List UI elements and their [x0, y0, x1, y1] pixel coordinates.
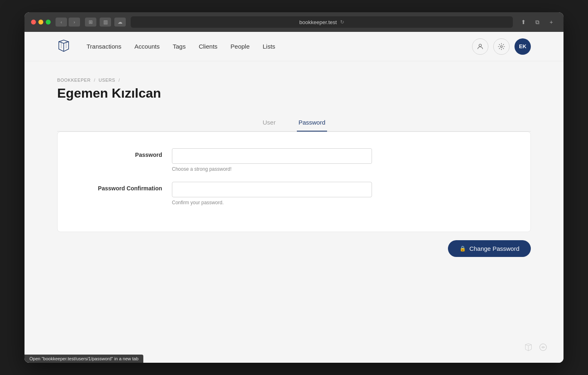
svg-point-1 [501, 45, 503, 47]
logo[interactable] [57, 39, 70, 54]
svg-point-0 [479, 44, 481, 47]
nav-right: EK [472, 38, 531, 55]
navbar: Transactions Accounts Tags Clients Peopl… [24, 32, 564, 61]
password-confirmation-row: Password Confirmation Confirm your passw… [82, 182, 506, 205]
browser-icon-group: ⊞ ▥ ☁ [85, 18, 126, 27]
password-label: Password [82, 148, 172, 158]
status-bar: Open "bookkeeper.test/users/1/password" … [24, 355, 143, 363]
user-icon-button[interactable] [472, 38, 488, 55]
change-password-button[interactable]: 🔒 Change Password [448, 240, 531, 257]
tab-user[interactable]: User [261, 114, 277, 132]
breadcrumb-bookkeeper[interactable]: BOOKKEEPER [57, 78, 91, 83]
svg-point-2 [540, 344, 547, 351]
nav-accounts[interactable]: Accounts [134, 43, 160, 50]
breadcrumb-users[interactable]: USERS [99, 78, 116, 83]
add-tab-icon[interactable]: + [546, 18, 557, 27]
page-title: Egemen Kızılcan [57, 86, 531, 101]
share-icon[interactable]: ⬆ [518, 18, 529, 27]
nav-transactions[interactable]: Transactions [87, 43, 121, 50]
breadcrumb: BOOKKEEPER / USERS / [57, 78, 531, 83]
nav-tags[interactable]: Tags [173, 43, 186, 50]
lock-icon: 🔒 [459, 246, 466, 252]
tab-password[interactable]: Password [297, 114, 327, 132]
breadcrumb-sep-2: / [118, 78, 120, 83]
tabs: User Password [57, 114, 531, 132]
password-confirmation-label: Password Confirmation [82, 182, 172, 192]
browser-actions: ⬆ ⧉ + [518, 18, 557, 27]
maximize-button[interactable] [46, 20, 51, 25]
grid-icon[interactable]: ⊞ [85, 18, 96, 27]
back-button[interactable]: ‹ [56, 18, 67, 27]
nav-lists[interactable]: Lists [263, 43, 275, 50]
submit-label: Change Password [469, 245, 519, 252]
password-row: Password Choose a strong password! [82, 148, 506, 172]
main-content: BOOKKEEPER / USERS / Egemen Kızılcan Use… [24, 61, 564, 273]
traffic-lights [31, 20, 51, 25]
bookkeeper-footer-icon [524, 343, 532, 353]
footer-icons [524, 343, 547, 353]
reload-icon[interactable]: ↻ [340, 19, 344, 25]
sidebar-icon[interactable]: ▥ [100, 18, 111, 27]
nav-clients[interactable]: Clients [199, 43, 218, 50]
password-confirmation-hint: Confirm your password. [172, 200, 506, 205]
chat-footer-icon [539, 343, 547, 353]
nav-buttons: ‹ › [56, 18, 80, 27]
nav-people[interactable]: People [231, 43, 250, 50]
password-field: Choose a strong password! [172, 148, 506, 172]
forward-button[interactable]: › [69, 18, 80, 27]
status-text: Open "bookkeeper.test/users/1/password" … [29, 356, 138, 361]
nav-links: Transactions Accounts Tags Clients Peopl… [87, 43, 472, 50]
breadcrumb-sep-1: / [94, 78, 96, 83]
password-confirmation-input[interactable] [172, 182, 372, 197]
browser-chrome: ‹ › ⊞ ▥ ☁ bookkeeper.test ↻ ⬆ ⧉ + [24, 12, 564, 32]
new-tab-icon[interactable]: ⧉ [532, 18, 543, 27]
user-avatar[interactable]: EK [514, 38, 531, 55]
password-hint: Choose a strong password! [172, 166, 506, 172]
password-input[interactable] [172, 148, 372, 164]
password-confirmation-field: Confirm your password. [172, 182, 506, 205]
cloud-icon[interactable]: ☁ [114, 18, 126, 27]
form-actions: 🔒 Change Password [57, 232, 531, 257]
close-button[interactable] [31, 20, 36, 25]
page-content: Transactions Accounts Tags Clients Peopl… [24, 32, 564, 363]
url-text: bookkeeper.test [299, 19, 337, 25]
form-card: Password Choose a strong password! Passw… [57, 132, 531, 232]
minimize-button[interactable] [38, 20, 43, 25]
address-bar[interactable]: bookkeeper.test ↻ [131, 16, 513, 28]
settings-icon-button[interactable] [493, 38, 510, 55]
